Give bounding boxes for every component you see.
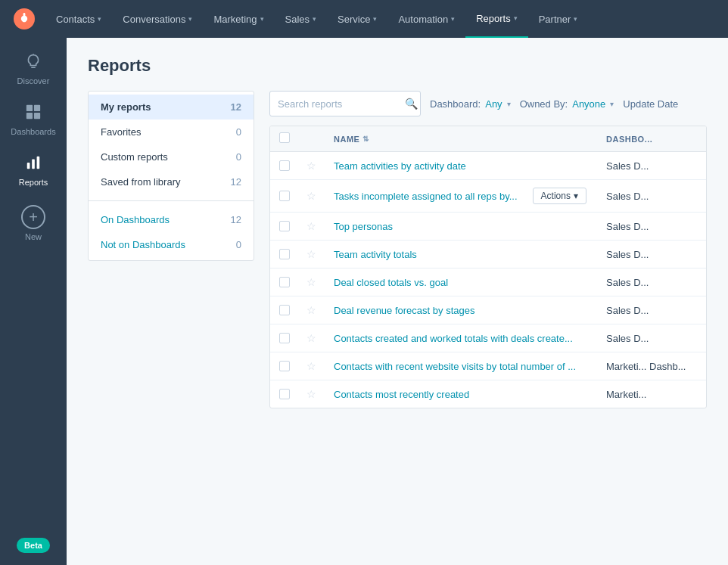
report-name-4[interactable]: Team activity totals — [334, 249, 606, 260]
nav-conversations[interactable]: Conversations ▾ — [112, 0, 203, 38]
row-checkbox-2[interactable] — [279, 191, 306, 201]
report-name-2[interactable]: Tasks incomplete assigned to all reps by… — [334, 188, 606, 204]
star-icon[interactable]: ☆ — [306, 160, 316, 172]
table-row[interactable]: ☆ Tasks incomplete assigned to all reps … — [270, 180, 706, 213]
nav-automation[interactable]: Automation ▾ — [387, 0, 465, 38]
report-name-5[interactable]: Deal closed totals vs. goal — [334, 277, 606, 288]
nav-service[interactable]: Service ▾ — [327, 0, 387, 38]
actions-chevron-icon: ▾ — [574, 191, 578, 201]
row-star-5[interactable]: ☆ — [306, 276, 334, 288]
chevron-icon: ▾ — [313, 15, 316, 23]
search-box[interactable]: 🔍 — [269, 91, 421, 116]
svg-point-1 — [22, 18, 26, 23]
row-checkbox-3[interactable] — [279, 221, 306, 231]
sort-icon: ⇅ — [362, 135, 369, 143]
row-checkbox-5[interactable] — [279, 277, 306, 287]
search-input[interactable] — [278, 98, 405, 110]
report-name-9[interactable]: Contacts most recently created — [334, 389, 606, 400]
sidebar-item-new[interactable]: + New — [0, 196, 67, 250]
hubspot-logo[interactable] — [9, 4, 39, 34]
star-icon[interactable]: ☆ — [306, 332, 316, 344]
lightbulb-icon — [25, 53, 42, 73]
report-dashboard-2: Sales D... — [606, 191, 697, 202]
svg-rect-3 — [26, 105, 33, 111]
update-date-filter[interactable]: Update Date — [623, 98, 678, 110]
row-star-2[interactable]: ☆ — [306, 190, 334, 202]
top-nav: Contacts ▾ Conversations ▾ Marketing ▾ S… — [0, 0, 728, 38]
row-checkbox-4[interactable] — [279, 249, 306, 259]
filter-saved-from-library[interactable]: Saved from library 12 — [89, 169, 254, 194]
row-checkbox-1[interactable] — [279, 160, 306, 171]
actions-button[interactable]: Actions ▾ — [533, 188, 586, 204]
nav-partner[interactable]: Partner ▾ — [528, 0, 589, 38]
nav-contacts[interactable]: Contacts ▾ — [45, 0, 112, 38]
report-name-8[interactable]: Contacts with recent website visits by t… — [334, 361, 606, 372]
report-name-1[interactable]: Team activities by activity date — [334, 160, 606, 172]
table-row[interactable]: ☆ Deal closed totals vs. goal Sales D... — [270, 269, 706, 296]
row-star-4[interactable]: ☆ — [306, 248, 334, 260]
dashboard-filter[interactable]: Dashboard: Any ▾ — [430, 98, 511, 110]
report-dashboard-3: Sales D... — [606, 221, 697, 232]
search-icon[interactable]: 🔍 — [405, 98, 418, 110]
owned-by-filter[interactable]: Owned By: Anyone ▾ — [520, 98, 614, 110]
star-icon[interactable]: ☆ — [306, 388, 316, 400]
row-star-6[interactable]: ☆ — [306, 304, 334, 316]
main-content: Reports My reports 12 Favorites 0 Custom… — [67, 38, 728, 565]
row-star-8[interactable]: ☆ — [306, 360, 334, 372]
toolbar: 🔍 Dashboard: Any ▾ Owned By: Anyone ▾ Up… — [269, 91, 707, 116]
th-name[interactable]: NAME ⇅ — [334, 135, 606, 144]
sidebar-item-reports[interactable]: Reports — [0, 145, 67, 196]
sidebar-item-discover[interactable]: Discover — [0, 44, 67, 95]
chevron-icon: ▾ — [373, 15, 377, 23]
star-icon[interactable]: ☆ — [306, 220, 316, 232]
star-icon[interactable]: ☆ — [306, 360, 316, 372]
sidebar-item-dashboards[interactable]: Dashboards — [0, 95, 67, 145]
star-icon[interactable]: ☆ — [306, 276, 316, 288]
filter-on-dashboards[interactable]: On Dashboards 12 — [89, 207, 254, 232]
table-row[interactable]: ☆ Top personas Sales D... — [270, 213, 706, 241]
table-row[interactable]: ☆ Contacts with recent website visits by… — [270, 352, 706, 380]
report-name-7[interactable]: Contacts created and worked totals with … — [334, 333, 606, 344]
chevron-icon: ▾ — [260, 15, 264, 23]
filter-my-reports[interactable]: My reports 12 — [89, 95, 254, 120]
row-star-7[interactable]: ☆ — [306, 332, 334, 344]
nav-sales[interactable]: Sales ▾ — [275, 0, 328, 38]
report-name-6[interactable]: Deal revenue forecast by stages — [334, 305, 606, 316]
row-checkbox-6[interactable] — [279, 305, 306, 315]
row-checkbox-9[interactable] — [279, 389, 306, 399]
table-row[interactable]: ☆ Deal revenue forecast by stages Sales … — [270, 296, 706, 324]
star-icon[interactable]: ☆ — [306, 248, 316, 260]
reports-icon — [25, 154, 42, 175]
svg-rect-8 — [32, 159, 35, 169]
row-checkbox-8[interactable] — [279, 361, 306, 371]
svg-rect-9 — [37, 157, 40, 169]
table-row[interactable]: ☆ Contacts most recently created Marketi… — [270, 380, 706, 408]
filter-divider — [89, 200, 254, 201]
content-row: My reports 12 Favorites 0 Custom reports… — [88, 91, 707, 408]
layout: Discover Dashboards Reports — [0, 38, 728, 565]
nav-marketing[interactable]: Marketing ▾ — [203, 0, 274, 38]
chevron-icon: ▾ — [188, 15, 192, 23]
row-star-3[interactable]: ☆ — [306, 220, 334, 232]
beta-badge[interactable]: Beta — [17, 538, 50, 553]
report-name-3[interactable]: Top personas — [334, 221, 606, 232]
table-header: NAME ⇅ DASHBO... — [270, 126, 706, 152]
star-icon[interactable]: ☆ — [306, 304, 316, 316]
row-star-9[interactable]: ☆ — [306, 388, 334, 400]
header-checkbox[interactable] — [279, 132, 290, 143]
sidebar-new-label: New — [25, 232, 42, 241]
star-icon[interactable]: ☆ — [306, 190, 316, 202]
filter-custom-reports[interactable]: Custom reports 0 — [89, 144, 254, 169]
filter-section: My reports 12 Favorites 0 Custom reports… — [88, 91, 254, 261]
nav-items: Contacts ▾ Conversations ▾ Marketing ▾ S… — [45, 0, 719, 38]
th-checkbox[interactable] — [279, 132, 306, 145]
nav-reports[interactable]: Reports ▾ — [465, 0, 528, 38]
table-row[interactable]: ☆ Contacts created and worked totals wit… — [270, 324, 706, 352]
row-star-1[interactable]: ☆ — [306, 160, 334, 172]
row-checkbox-7[interactable] — [279, 333, 306, 343]
filter-favorites[interactable]: Favorites 0 — [89, 120, 254, 144]
table-row[interactable]: ☆ Team activities by activity date Sales… — [270, 152, 706, 180]
filter-not-on-dashboards[interactable]: Not on Dashboards 0 — [89, 232, 254, 257]
sidebar: Discover Dashboards Reports — [0, 38, 67, 565]
table-row[interactable]: ☆ Team activity totals Sales D... — [270, 241, 706, 269]
